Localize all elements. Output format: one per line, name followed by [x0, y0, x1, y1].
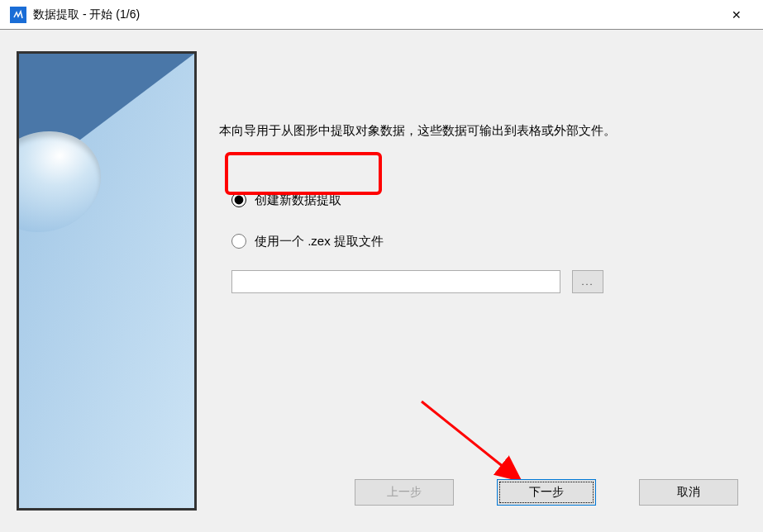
radio-create-new-row[interactable]: 创建新数据提取 [231, 186, 748, 214]
wizard-body: 本向导用于从图形中提取对象数据，这些数据可输出到表格或外部文件。 创建新数据提取… [0, 30, 763, 532]
wizard-description: 本向导用于从图形中提取对象数据，这些数据可输出到表格或外部文件。 [219, 121, 748, 140]
radio-use-zex-label: 使用一个 .zex 提取文件 [255, 234, 384, 249]
cancel-button[interactable]: 取消 [639, 479, 738, 506]
titlebar: 数据提取 - 开始 (1/6) ✕ [0, 0, 763, 30]
radio-use-zex-row[interactable]: 使用一个 .zex 提取文件 [231, 227, 748, 255]
zex-file-input[interactable] [231, 270, 560, 293]
app-icon [10, 7, 26, 23]
button-row: 上一步 下一步 取消 [355, 479, 738, 506]
wizard-preview-illustration [17, 51, 197, 511]
radio-create-new-label: 创建新数据提取 [255, 192, 341, 208]
radio-use-zex[interactable] [231, 234, 246, 249]
close-button[interactable]: ✕ [720, 8, 753, 21]
content-area: 本向导用于从图形中提取对象数据，这些数据可输出到表格或外部文件。 创建新数据提取… [219, 121, 748, 458]
radio-create-new[interactable] [231, 192, 246, 207]
back-button: 上一步 [355, 479, 454, 506]
window-title: 数据提取 - 开始 (1/6) [33, 7, 720, 22]
radio-group: 创建新数据提取 使用一个 .zex 提取文件 [231, 186, 748, 255]
browse-button[interactable]: ... [572, 270, 603, 293]
next-button[interactable]: 下一步 [497, 479, 596, 506]
file-row: ... [231, 270, 748, 293]
